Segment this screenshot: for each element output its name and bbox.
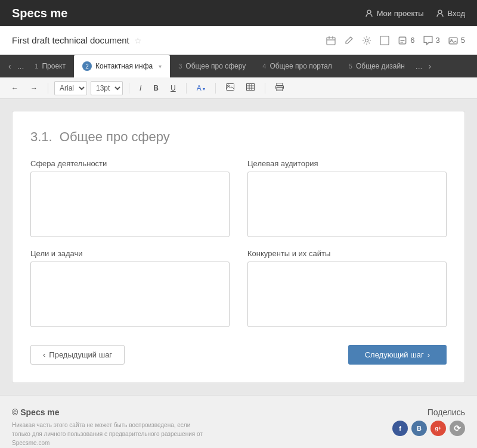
field-competitors-label: Конкуренты и их сайты xyxy=(247,249,447,258)
my-projects-label: Мои проекты xyxy=(377,9,424,18)
section-title: 3.1. Общее про сферу xyxy=(30,129,447,145)
font-color-button[interactable]: A ▾ xyxy=(193,81,210,95)
social-vk-button[interactable]: В xyxy=(411,421,427,436)
favorite-star-icon[interactable]: ☆ xyxy=(134,36,142,45)
table-button[interactable] xyxy=(242,81,259,95)
tabs-dots-left: ... xyxy=(15,61,27,71)
document-title-area: First draft technical document ☆ xyxy=(12,35,326,45)
tab-3-sphere[interactable]: 3 Общее про сферу xyxy=(170,55,254,77)
footer-left: © Specs me Никакая часть этого сайта не … xyxy=(12,407,203,447)
tab-2-number: 2 xyxy=(82,61,92,71)
images-count: 5 xyxy=(461,36,465,45)
svg-rect-10 xyxy=(247,84,255,91)
field-audience-label: Целевая аудитория xyxy=(247,159,447,168)
field-group-competitors: Конкуренты и их сайты xyxy=(247,249,447,327)
redo-button[interactable]: → xyxy=(26,81,42,95)
tasks-icon xyxy=(398,36,407,45)
undo-button[interactable]: ← xyxy=(7,81,23,95)
field-goals-label: Цели и задачи xyxy=(30,249,230,258)
footer-right: Поделись f В g+ ⟳ xyxy=(392,407,465,436)
tab-3-number: 3 xyxy=(178,63,182,70)
social-googleplus-button[interactable]: g+ xyxy=(430,421,446,436)
section-number: 3.1. xyxy=(30,129,52,144)
social-share-button[interactable]: ⟳ xyxy=(450,421,465,436)
field-audience-textarea[interactable] xyxy=(247,172,447,237)
tab-2-dropdown-icon[interactable]: ▾ xyxy=(159,63,162,70)
field-group-goals: Цели и задачи xyxy=(30,249,230,327)
tab-4-portal[interactable]: 4 Общее про портал xyxy=(254,55,340,77)
toolbar: ← → Arial 13pt I B U A ▾ xyxy=(0,77,477,99)
tab-5-label: Общее дизайн xyxy=(356,62,405,70)
content-card: 3.1. Общее про сферу Сфера деятельности … xyxy=(12,111,465,383)
document-title-text: First draft technical document xyxy=(12,35,129,45)
svg-point-0 xyxy=(367,10,371,14)
font-family-select[interactable]: Arial xyxy=(54,81,87,95)
page-footer: © Specs me Никакая часть этого сайта не … xyxy=(0,395,477,448)
footer-social: f В g+ ⟳ xyxy=(392,421,465,436)
field-group-sphere: Сфера деятельности xyxy=(30,159,230,237)
card-footer-buttons: ‹ Предыдущий шаг Следующий шаг › xyxy=(30,345,447,365)
tasks-count: 6 xyxy=(410,36,414,45)
share-action[interactable] xyxy=(380,36,389,45)
images-badge[interactable]: 5 xyxy=(448,36,465,45)
tab-1-project[interactable]: 1 Проект xyxy=(26,55,74,77)
footer-top: © Specs me Никакая часть этого сайта не … xyxy=(12,407,465,447)
edit-icon xyxy=(344,36,354,45)
projects-icon xyxy=(365,9,373,17)
settings-icon xyxy=(362,36,371,45)
tab-5-number: 5 xyxy=(349,63,352,70)
comments-count: 3 xyxy=(436,36,440,45)
tab-1-label: Проект xyxy=(42,62,66,70)
next-step-button[interactable]: Следующий шаг › xyxy=(348,345,447,365)
font-size-select[interactable]: 13pt xyxy=(91,81,123,95)
footer-copyright: © Specs me xyxy=(12,407,203,417)
tab-5-design[interactable]: 5 Общее дизайн xyxy=(340,55,413,77)
logo: Specs me xyxy=(12,7,365,20)
tabs-prev-button[interactable]: ‹ xyxy=(5,59,15,73)
footer-description: Никакая часть этого сайта не может быть … xyxy=(12,421,203,447)
login-nav[interactable]: Вход xyxy=(436,9,465,18)
comments-badge[interactable]: 3 xyxy=(423,36,440,45)
image-button[interactable] xyxy=(222,81,238,95)
tab-2-label: Контактная инфа xyxy=(95,62,153,70)
italic-button[interactable]: I xyxy=(135,81,145,95)
settings-action[interactable] xyxy=(362,36,371,45)
field-competitors-textarea[interactable] xyxy=(247,262,447,327)
prev-step-button[interactable]: ‹ Предыдущий шаг xyxy=(30,345,125,365)
tabs-dots-right: ... xyxy=(413,61,425,71)
tasks-badge[interactable]: 6 xyxy=(398,36,414,45)
svg-rect-4 xyxy=(380,36,389,45)
tab-3-label: Общее про сферу xyxy=(185,62,246,70)
main-content: 3.1. Общее про сферу Сфера деятельности … xyxy=(0,99,477,395)
social-facebook-button[interactable]: f xyxy=(392,421,408,436)
header-nav: Мои проекты Вход xyxy=(365,9,465,18)
svg-rect-8 xyxy=(227,84,234,91)
login-icon xyxy=(436,9,444,17)
svg-rect-6 xyxy=(449,38,457,43)
calendar-action[interactable] xyxy=(326,36,336,45)
prev-chevron-icon: ‹ xyxy=(43,350,45,359)
my-projects-nav[interactable]: Мои проекты xyxy=(365,9,424,18)
field-goals-textarea[interactable] xyxy=(30,262,230,327)
next-button-label: Следующий шаг xyxy=(365,350,424,359)
toolbar-sep-4 xyxy=(215,83,216,94)
field-sphere-label: Сфера деятельности xyxy=(30,159,230,168)
next-chevron-icon: › xyxy=(428,350,430,359)
print-button[interactable] xyxy=(271,81,288,95)
toolbar-sep-5 xyxy=(265,83,265,94)
field-sphere-textarea[interactable] xyxy=(30,172,230,237)
svg-point-14 xyxy=(282,87,283,88)
calendar-icon xyxy=(326,36,336,45)
subheader-actions: 6 3 5 xyxy=(326,36,465,45)
tabs-next-button[interactable]: › xyxy=(425,59,435,73)
comments-icon xyxy=(423,36,433,45)
underline-button[interactable]: U xyxy=(166,81,180,95)
tab-4-number: 4 xyxy=(262,63,266,70)
bold-button[interactable]: B xyxy=(149,81,163,95)
toolbar-sep-1 xyxy=(48,83,48,94)
print-icon xyxy=(275,83,284,91)
edit-action[interactable] xyxy=(344,36,354,45)
toolbar-sep-2 xyxy=(129,83,129,94)
tab-2-contact[interactable]: 2 Контактная инфа ▾ xyxy=(74,55,170,77)
field-group-audience: Целевая аудитория xyxy=(247,159,447,237)
